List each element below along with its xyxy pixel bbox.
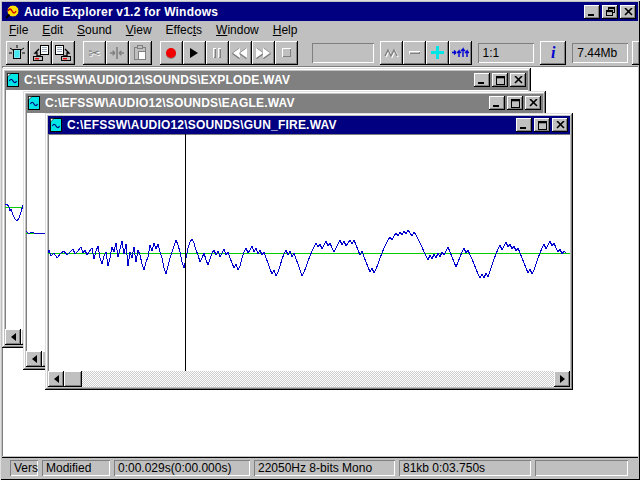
restore-button[interactable]	[602, 5, 618, 19]
explode-minimize-button[interactable]	[474, 73, 490, 87]
play-icon	[190, 48, 198, 58]
gunfire-maximize-button[interactable]	[534, 118, 550, 132]
gunfire-title: C:\EFSSW\AUDIO12\SOUNDS\GUN_FIRE.WAV	[67, 118, 514, 132]
stop-button[interactable]	[275, 41, 298, 65]
status-format: 22050Hz 8-bits Mono	[254, 460, 395, 476]
gunfire-scroll-left-button[interactable]	[48, 371, 64, 387]
gunfire-scroll-thumb[interactable]	[64, 371, 82, 387]
open-button[interactable]	[29, 41, 52, 65]
menu-file[interactable]: File	[2, 21, 35, 39]
status-modified: Modified	[42, 460, 110, 476]
status-empty	[535, 460, 628, 476]
status-version: Vers	[10, 460, 38, 476]
record-icon	[166, 48, 176, 58]
audio-explorer-window: Audio Explorer v1.2 for Windows File Edi…	[0, 0, 640, 480]
trim-button[interactable]	[106, 41, 129, 65]
fit-waveform-icon	[452, 46, 469, 59]
status-position: 0:00.029s(0:00.000s)	[114, 460, 250, 476]
eagle-maximize-button[interactable]	[507, 96, 523, 110]
menu-window[interactable]: Window	[209, 21, 266, 39]
menu-sound[interactable]: Sound	[70, 21, 119, 39]
paste-button[interactable]	[129, 41, 152, 65]
cut-button[interactable]: ✂	[83, 41, 106, 65]
window-gunfire-wav[interactable]: C:\EFSSW\AUDIO12\SOUNDS\GUN_FIRE.WAV	[45, 113, 573, 390]
statusbar: Vers Modified 0:00.029s(0:00.000s) 22050…	[2, 457, 638, 478]
gunfire-titlebar[interactable]: C:\EFSSW\AUDIO12\SOUNDS\GUN_FIRE.WAV	[48, 116, 570, 134]
wav-document-icon	[7, 73, 20, 87]
explode-maximize-button[interactable]	[492, 73, 508, 87]
gunfire-waveform	[48, 134, 568, 371]
stop-icon	[282, 48, 291, 57]
menu-help[interactable]: Help	[266, 21, 305, 39]
window-title: Audio Explorer v1.2 for Windows	[24, 5, 584, 19]
eagle-scroll-left-button[interactable]	[26, 351, 42, 367]
playback-cursor[interactable]	[185, 134, 186, 371]
toolbar-edge-button[interactable]	[632, 41, 640, 65]
wav-document-icon	[28, 96, 41, 110]
save-button[interactable]	[52, 41, 75, 65]
gunfire-waveform-area[interactable]	[48, 134, 570, 371]
play-button[interactable]	[183, 41, 206, 65]
waveform-icon	[384, 47, 399, 59]
eagle-title: C:\EFSSW\AUDIO12\SOUNDS\EAGLE.WAV	[45, 96, 487, 110]
zoom-wave-button[interactable]	[380, 41, 403, 65]
menubar: File Edit Sound View Effects Window Help	[2, 21, 638, 39]
mdi-workspace: C:\EFSSW\AUDIO12\SOUNDS\EXPLODE.WAV	[2, 66, 638, 456]
zoom-ratio-display: 1:1	[478, 43, 535, 63]
eagle-minimize-button[interactable]	[489, 96, 505, 110]
explode-titlebar[interactable]: C:\EFSSW\AUDIO12\SOUNDS\EXPLODE.WAV	[5, 71, 528, 89]
explode-title: C:\EFSSW\AUDIO12\SOUNDS\EXPLODE.WAV	[24, 73, 472, 87]
gunfire-scrollbar	[48, 371, 570, 387]
record-button[interactable]	[160, 41, 183, 65]
position-display	[312, 43, 374, 63]
zoom-in-button[interactable]	[426, 41, 449, 65]
info-icon: i	[551, 44, 555, 62]
eagle-close-button[interactable]	[525, 96, 541, 110]
minus-icon	[409, 51, 420, 54]
close-button[interactable]	[620, 5, 636, 19]
close-icon	[624, 8, 633, 16]
app-icon	[4, 4, 20, 20]
rewind-button[interactable]	[229, 41, 252, 65]
wav-document-icon	[50, 118, 63, 132]
minimize-button[interactable]	[584, 5, 600, 19]
rewind-icon	[233, 48, 247, 58]
toolbar: ✂	[2, 39, 640, 66]
new-file-icon	[8, 45, 26, 61]
fast-forward-icon	[256, 48, 270, 58]
gunfire-close-button[interactable]	[552, 118, 568, 132]
gunfire-minimize-button[interactable]	[516, 118, 532, 132]
explode-close-button[interactable]	[510, 73, 526, 87]
gunfire-scroll-track[interactable]	[82, 371, 554, 387]
main-titlebar[interactable]: Audio Explorer v1.2 for Windows	[2, 2, 638, 21]
trim-icon	[109, 46, 125, 60]
plus-icon	[431, 46, 444, 59]
restore-icon	[606, 7, 615, 16]
menu-edit[interactable]: Edit	[35, 21, 70, 39]
open-file-icon	[32, 45, 49, 61]
save-file-icon	[55, 45, 72, 61]
zoom-fit-button[interactable]	[449, 41, 472, 65]
memory-display: 7.44Mb	[572, 43, 628, 63]
fast-forward-button[interactable]	[252, 41, 275, 65]
scissors-icon: ✂	[89, 45, 101, 61]
menu-view[interactable]: View	[119, 21, 159, 39]
eagle-titlebar[interactable]: C:\EFSSW\AUDIO12\SOUNDS\EAGLE.WAV	[26, 94, 543, 112]
explode-scroll-left-button[interactable]	[5, 329, 21, 345]
new-button[interactable]	[6, 41, 29, 65]
menu-effects[interactable]: Effects	[159, 21, 209, 39]
gunfire-scroll-right-button[interactable]	[554, 371, 570, 387]
zoom-out-button[interactable]	[403, 41, 426, 65]
status-size-duration: 81kb 0:03.750s	[399, 460, 531, 476]
pause-button[interactable]	[206, 41, 229, 65]
info-button[interactable]: i	[540, 41, 566, 65]
clipboard-icon	[133, 45, 147, 61]
pause-icon	[213, 48, 221, 58]
minimize-icon	[588, 8, 596, 16]
